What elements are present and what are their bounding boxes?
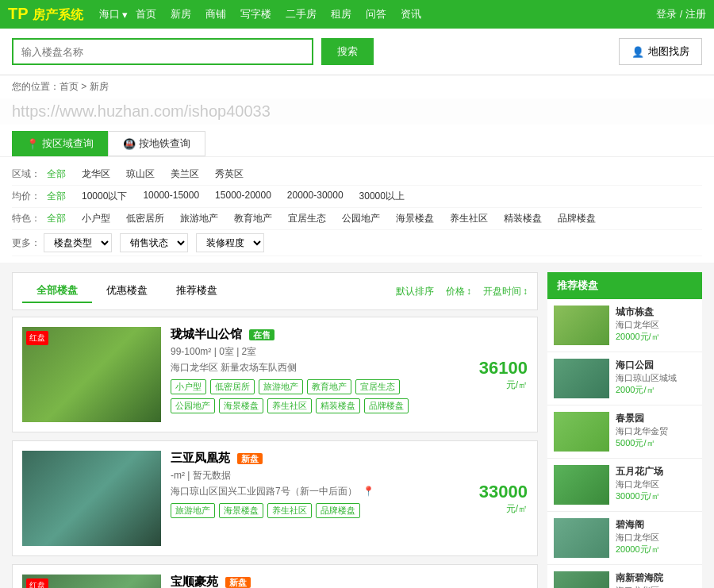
tab-recommend[interactable]: 推荐楼盘 (162, 279, 232, 303)
sort-price[interactable]: 价格 ↕ (446, 285, 471, 298)
price-opt-2[interactable]: 10000-15000 (140, 189, 202, 204)
property-title: 珑城半山公馆 在售 (171, 327, 423, 342)
tag-5[interactable]: 公园地产 (171, 398, 215, 413)
nav-home[interactable]: 首页 (136, 7, 156, 21)
price-value: 33000 (479, 482, 528, 502)
price-opt-4[interactable]: 20000-30000 (284, 189, 347, 204)
sidebar-item[interactable]: 南新碧海院 海口龙华区 20000元/㎡ (547, 565, 702, 588)
feat-opt-9[interactable]: 精装楼盘 (501, 211, 545, 226)
price-label: 均价： (12, 190, 44, 203)
property-info: 三亚凤凰苑 新盘 -m² | 暂无数据 海口琼山区国兴工业园路7号（新一中后面）… (171, 451, 423, 546)
tag-1[interactable]: 低密居所 (210, 379, 255, 394)
nav-office[interactable]: 写字楼 (240, 7, 271, 21)
price-opt-3[interactable]: 15000-20000 (212, 189, 274, 204)
sidebar-item[interactable]: 海口公园 海口琼山区城域 2000元/㎡ (547, 352, 702, 405)
feat-opt-6[interactable]: 公园地产 (339, 211, 383, 226)
sidebar-item-sub: 海口龙华区 (616, 478, 696, 490)
area-opt-1[interactable]: 龙华区 (79, 167, 113, 182)
feature-options: 全部 小户型 低密居所 旅游地产 教育地产 宜居生态 公园地产 海景楼盘 养生社… (44, 211, 599, 226)
feat-opt-3[interactable]: 旅游地产 (177, 211, 221, 226)
tag-3[interactable]: 教育地产 (307, 379, 351, 394)
tag-8[interactable]: 精装楼盘 (316, 398, 360, 413)
listing-tabs: 全部楼盘 优惠楼盘 推荐楼盘 (22, 279, 232, 303)
breadcrumb: 您的位置：首页 > 新房 (0, 75, 714, 98)
type-select[interactable]: 楼盘类型 (44, 233, 112, 252)
sidebar-item[interactable]: 碧海阁 海口龙华区 20000元/㎡ (547, 512, 702, 565)
search-button[interactable]: 搜索 (321, 38, 374, 65)
area-opt-4[interactable]: 秀英区 (212, 167, 247, 182)
breadcrumb-text: 您的位置：首页 > 新房 (12, 81, 109, 92)
area-opt-3[interactable]: 美兰区 (167, 167, 202, 182)
sidebar-item[interactable]: 五月花广场 海口龙华区 30000元/㎡ (547, 459, 702, 512)
property-name[interactable]: 三亚凤凰苑 (171, 451, 230, 464)
tab-all[interactable]: 全部楼盘 (22, 279, 92, 303)
feat-opt-10[interactable]: 品牌楼盘 (555, 211, 599, 226)
feat-opt-7[interactable]: 海景楼盘 (393, 211, 437, 226)
property-image[interactable]: 红盘 (22, 327, 161, 422)
search-input[interactable] (12, 38, 313, 65)
map-btn-label: 地图找房 (648, 44, 689, 59)
property-tags: 旅游地产 海景楼盘 养生社区 品牌楼盘 (171, 503, 423, 518)
sort-default[interactable]: 默认排序 (396, 285, 434, 298)
feat-opt-all[interactable]: 全部 (44, 211, 69, 226)
property-name[interactable]: 宝顺豪苑 (171, 575, 218, 588)
tab-promo[interactable]: 优惠楼盘 (92, 279, 162, 303)
nav-rent[interactable]: 租房 (331, 7, 351, 21)
map-search-button[interactable]: 👤 地图找房 (619, 38, 702, 65)
price-value: 36100 (479, 358, 528, 379)
tag-0[interactable]: 小户型 (171, 379, 206, 394)
search-bar: 搜索 👤 地图找房 (0, 29, 714, 75)
feat-opt-5[interactable]: 宜居生态 (285, 211, 329, 226)
sidebar-item-image (554, 306, 609, 345)
filter-tab-subway[interactable]: 🚇 按地铁查询 (108, 131, 205, 156)
tag-2[interactable]: 养生社区 (267, 503, 312, 518)
feature-filter-row: 特色： 全部 小户型 低密居所 旅游地产 教育地产 宜居生态 公园地产 海景楼盘… (12, 208, 702, 230)
price-opt-5[interactable]: 30000以上 (356, 189, 408, 204)
area-opt-all[interactable]: 全部 (44, 167, 69, 182)
property-name[interactable]: 珑城半山公馆 (171, 327, 242, 340)
tag-2[interactable]: 旅游地产 (259, 379, 303, 394)
filter-tab-area[interactable]: 📍 按区域查询 (12, 131, 108, 156)
price-opt-1[interactable]: 10000以下 (79, 189, 130, 204)
subway-icon: 🚇 (123, 138, 136, 150)
area-opt-2[interactable]: 琼山区 (123, 167, 158, 182)
tag-4[interactable]: 宜居生态 (355, 379, 400, 394)
feat-opt-2[interactable]: 低密居所 (123, 211, 167, 226)
nav-secondhand[interactable]: 二手房 (286, 7, 317, 21)
property-image[interactable]: 红盘 (22, 575, 161, 588)
nav-shop[interactable]: 商铺 (205, 7, 226, 21)
tag-3[interactable]: 品牌楼盘 (316, 503, 360, 518)
main-content: 全部楼盘 优惠楼盘 推荐楼盘 默认排序 价格 ↕ 开盘时间 ↕ 红盘 (0, 264, 714, 588)
tag-9[interactable]: 品牌楼盘 (364, 398, 409, 413)
property-image[interactable] (22, 451, 161, 546)
tag-6[interactable]: 海景楼盘 (219, 398, 263, 413)
city-selector[interactable]: 海口 ▾ (99, 7, 128, 21)
feat-opt-8[interactable]: 养生社区 (447, 211, 491, 226)
nav-news[interactable]: 资讯 (401, 7, 421, 21)
sort-opentime[interactable]: 开盘时间 ↕ (483, 285, 528, 298)
nav-qa[interactable]: 问答 (366, 7, 386, 21)
price-opt-all[interactable]: 全部 (44, 189, 69, 204)
feat-opt-4[interactable]: 教育地产 (231, 211, 275, 226)
tag-1[interactable]: 海景楼盘 (219, 503, 263, 518)
sidebar-item[interactable]: 城市栋盘 海口龙华区 20000元/㎡ (547, 299, 702, 352)
tag-7[interactable]: 养生社区 (267, 398, 312, 413)
sale-status-select[interactable]: 销售状态 (120, 233, 188, 252)
sidebar-item-image (554, 571, 609, 588)
sort-bar: 全部楼盘 优惠楼盘 推荐楼盘 默认排序 价格 ↕ 开盘时间 ↕ (12, 272, 538, 310)
login-register[interactable]: 登录 / 注册 (656, 7, 706, 21)
property-price: 待定 (432, 575, 528, 588)
feat-opt-1[interactable]: 小户型 (79, 211, 113, 226)
sort-options: 默认排序 价格 ↕ 开盘时间 ↕ (396, 285, 528, 298)
sidebar-item[interactable]: 春景园 海口龙华金贸 5000元/㎡ (547, 405, 702, 459)
tag-0[interactable]: 旅游地产 (171, 503, 215, 518)
area-filter-row: 区域： 全部 龙华区 琼山区 美兰区 秀英区 (12, 163, 702, 186)
nav-new[interactable]: 新房 (171, 7, 191, 21)
property-addr: 海口琼山区国兴工业园路7号（新一中后面） 📍 (171, 485, 423, 498)
sidebar-item-sub: 海口龙华区 (616, 319, 696, 331)
sidebar-item-sub: 海口琼山区城域 (616, 372, 696, 384)
decoration-select[interactable]: 装修程度 (196, 233, 264, 252)
location-pin-icon: 📍 (363, 486, 374, 497)
location-icon: 📍 (26, 138, 39, 150)
logo-text: 房产系统 (33, 8, 83, 21)
